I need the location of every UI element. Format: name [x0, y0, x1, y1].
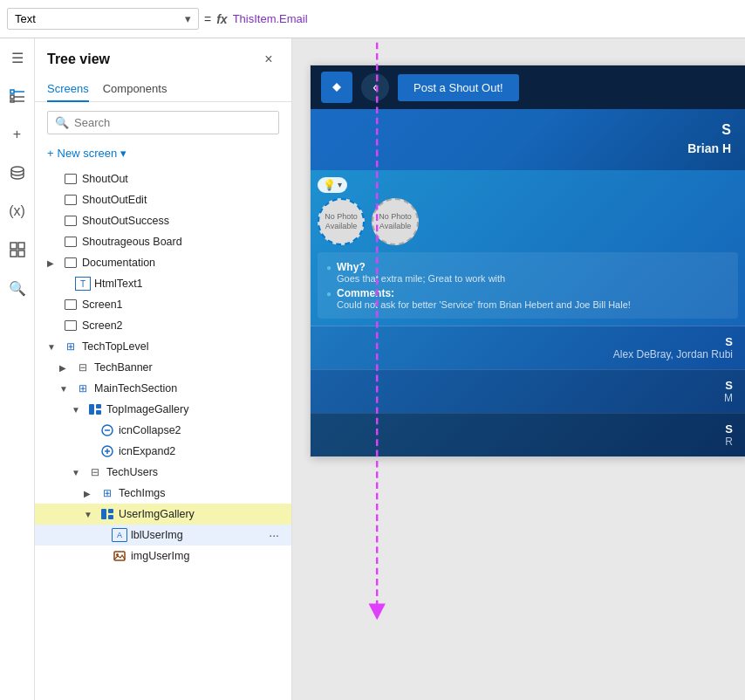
container-icon: ⊞	[75, 381, 91, 395]
tree-item-shoutoutsuccess[interactable]: ShoutOutSuccess	[35, 210, 291, 231]
comments-row: ● Comments: Could not ask for better 'Se…	[326, 287, 729, 310]
search-icon: 🔍	[55, 116, 69, 129]
tree-item-shoutoutedit[interactable]: ShoutOutEdit	[35, 189, 291, 210]
search-icon[interactable]: 🔍	[5, 276, 30, 300]
tree-item-userimggallery[interactable]: ▼ UserImgGallery	[35, 504, 291, 525]
app-preview: ‹ Post a Shout Out! SBrian H 💡 ▾ No Phot…	[310, 65, 745, 457]
item-label: ShoutOut	[82, 173, 279, 185]
tree-item-lbluserimg[interactable]: A lblUserImg ···	[35, 525, 291, 546]
item-label: lblUserImg	[131, 529, 262, 541]
label-icon: A	[112, 528, 127, 542]
item-label: icnExpand2	[119, 445, 279, 457]
avatar-2: No Photo Available	[372, 198, 419, 245]
avatar-1: No Photo Available	[318, 198, 365, 245]
main-layout: ☰ + (x) 🔍 Tree view × Screens	[0, 38, 745, 700]
post-shoutout-button[interactable]: Post a Shout Out!	[398, 74, 519, 101]
why-row: ● Why? Goes that extra mile; Great to wo…	[326, 261, 729, 284]
why-label: Why?	[337, 261, 505, 273]
app-banner: SBrian H	[311, 109, 745, 170]
item-label: Screen1	[82, 299, 279, 311]
tree-item-screen2[interactable]: Screen2	[35, 315, 291, 336]
gallery-icon	[99, 507, 115, 521]
svg-rect-0	[10, 90, 14, 93]
formula-input[interactable]	[233, 12, 738, 25]
item-label: TechImgs	[119, 487, 279, 499]
item-label: TopImageGallery	[106, 403, 279, 415]
back-button[interactable]: ‹	[361, 73, 389, 101]
item-label: ShoutOutEdit	[82, 194, 279, 206]
item-label: TechBanner	[94, 361, 279, 374]
tree-item-techbanner[interactable]: ▶ ⊟ TechBanner	[35, 357, 291, 378]
shoutout-content: ● Why? Goes that extra mile; Great to wo…	[318, 252, 738, 319]
screen-icon	[63, 172, 79, 186]
hamburger-icon[interactable]: ☰	[5, 45, 30, 70]
formula-bar: Text ▾ = fx	[0, 0, 745, 38]
tree-item-icncollapse2[interactable]: icnCollapse2	[35, 420, 291, 441]
tree-item-screen1[interactable]: Screen1	[35, 294, 291, 315]
tree-view-icon[interactable]	[5, 84, 30, 108]
avatars-row: No Photo Available No Photo Available	[318, 198, 738, 245]
new-screen-label: New screen	[58, 147, 118, 160]
record-title-2: S	[323, 379, 733, 392]
tree-item-techtoplevel[interactable]: ▼ ⊞ TechTopLevel	[35, 336, 291, 357]
svg-rect-20	[108, 509, 113, 513]
item-label: UserImgGallery	[119, 508, 279, 520]
item-label: MainTechSection	[94, 382, 279, 395]
bullet-icon: ●	[326, 289, 331, 299]
svg-rect-8	[18, 243, 24, 249]
tree-item-techusers[interactable]: ▼ ⊟ TechUsers	[35, 462, 291, 483]
svg-rect-11	[89, 404, 94, 415]
gallery-icon	[87, 402, 103, 416]
expand-icon: ▶	[59, 363, 72, 373]
new-screen-button[interactable]: + New screen ▾	[35, 143, 291, 163]
variables-icon[interactable]: (x)	[5, 199, 30, 223]
close-icon[interactable]: ×	[258, 49, 279, 70]
tree-item-shoutout[interactable]: ShoutOut	[35, 168, 291, 189]
svg-rect-12	[96, 404, 101, 408]
svg-rect-9	[10, 250, 17, 257]
data-icon[interactable]	[5, 161, 30, 185]
search-input[interactable]	[74, 116, 271, 129]
container-icon: ⊞	[99, 486, 115, 500]
tree-items-list: ShoutOut ShoutOutEdit ShoutOutSuccess Sh…	[35, 168, 291, 700]
user-section: 💡 ▾ No Photo Available No Photo Availabl…	[311, 170, 745, 326]
record-row-3: S R	[311, 413, 745, 456]
tab-components[interactable]: Components	[103, 77, 167, 102]
formula-type-dropdown[interactable]: Text ▾	[7, 8, 199, 30]
tree-item-documentation[interactable]: ▶ Documentation	[35, 252, 291, 273]
fx-icon: fx	[216, 12, 227, 26]
search-box[interactable]: 🔍	[47, 111, 279, 134]
tree-item-imguserimg[interactable]: imgUserImg	[35, 546, 291, 566]
record-row-1: S Alex DeBray, Jordan Rubi	[311, 326, 745, 369]
tab-screens[interactable]: Screens	[47, 77, 89, 102]
expand-icon: ▶	[47, 258, 59, 268]
screen-icon	[63, 193, 79, 207]
tree-item-icnexpand2[interactable]: icnExpand2	[35, 441, 291, 462]
add-icon[interactable]: +	[5, 122, 30, 147]
components-icon[interactable]	[5, 237, 30, 262]
banner-title: SBrian H	[325, 121, 731, 158]
tree-item-techimgs[interactable]: ▶ ⊞ TechImgs	[35, 483, 291, 504]
more-options-icon[interactable]: ···	[269, 528, 279, 542]
expanded-icon: ▼	[84, 510, 96, 519]
tree-tabs: Screens Components	[35, 77, 291, 102]
svg-rect-19	[101, 509, 106, 519]
tree-item-maintechsection[interactable]: ▼ ⊞ MainTechSection	[35, 378, 291, 399]
record-row-2: S M	[311, 369, 745, 413]
tree-item-htmltext1[interactable]: T HtmlText1	[35, 273, 291, 294]
tree-view-header: Tree view ×	[35, 38, 291, 77]
item-label: HtmlText1	[94, 278, 279, 290]
why-text: Goes that extra mile; Great to work with	[337, 273, 505, 284]
item-label: imgUserImg	[131, 550, 279, 562]
tree-item-toimagegallery[interactable]: ▼ TopImageGallery	[35, 399, 291, 420]
screen-icon	[63, 298, 79, 312]
canvas-area: ‹ Post a Shout Out! SBrian H 💡 ▾ No Phot…	[292, 38, 745, 700]
toggle-chevron-icon: ▾	[338, 180, 342, 189]
item-label: Documentation	[82, 257, 279, 269]
plus-icon: +	[47, 147, 54, 160]
sidebar-icon-panel: ☰ + (x) 🔍	[0, 38, 35, 700]
svg-rect-10	[18, 250, 24, 257]
screen-icon	[63, 256, 79, 270]
tree-item-shoutrageous[interactable]: Shoutrageous Board	[35, 231, 291, 252]
comments-label: Comments:	[337, 287, 631, 299]
